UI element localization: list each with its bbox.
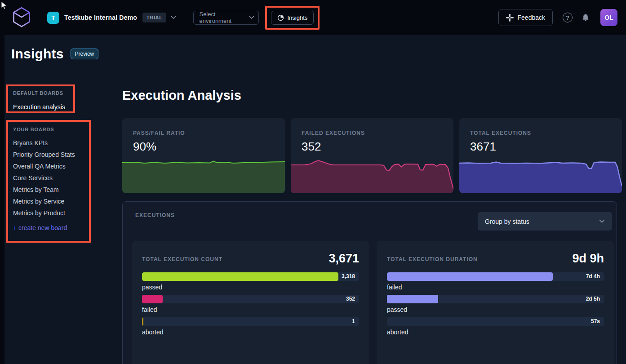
- sidebar-item-execution-analysis[interactable]: Execution analysis: [13, 101, 68, 113]
- executions-cards-row: TOTAL EXECUTION COUNT 3,671 3,318 passed…: [132, 241, 614, 364]
- bar-name: failed: [142, 306, 359, 314]
- page-title: Insights: [11, 46, 64, 62]
- bar-row-passed: 2d 5h passed: [387, 295, 604, 314]
- sidebar-item-metrics-by-product[interactable]: Metrics by Product: [13, 207, 84, 219]
- total-executions-sparkline-chart: [459, 157, 622, 193]
- bar-track: 3,318: [142, 272, 359, 281]
- bar-track: 7d 4h: [387, 272, 604, 281]
- stat-card-label: PASS/FAIL RATIO: [133, 130, 185, 136]
- stat-card-value: 352: [302, 140, 321, 154]
- bell-icon: [582, 13, 590, 22]
- bar-name: aborted: [387, 328, 604, 336]
- notifications-button[interactable]: [582, 13, 590, 22]
- sidebar-item-metrics-by-team[interactable]: Metrics by Team: [13, 184, 84, 195]
- feedback-button[interactable]: Feedback: [498, 9, 553, 26]
- annotation-highlight-default-boards: DEFAULT BOARDS Execution analysis: [6, 84, 75, 113]
- sidebar-item-overall-qa-metrics[interactable]: Overall QA Metrics: [13, 160, 84, 172]
- board-title: Execution Analysis: [122, 88, 241, 103]
- stat-card-value: 90%: [133, 140, 156, 154]
- feedback-button-label: Feedback: [518, 14, 545, 21]
- page-heading-row: Insights Preview: [11, 46, 98, 62]
- group-by-status-value: Group by status: [485, 218, 529, 225]
- slack-icon: [506, 14, 514, 22]
- default-boards-heading: DEFAULT BOARDS: [13, 90, 68, 96]
- nav-right-cluster: Feedback ? OL: [498, 0, 617, 35]
- chevron-down-icon: [599, 219, 605, 223]
- sidebar-item-core-services[interactable]: Core Services: [13, 172, 84, 184]
- your-boards-heading: YOUR BOARDS: [13, 127, 84, 132]
- annotation-highlight-insights: Insights: [265, 6, 320, 30]
- preview-badge: Preview: [71, 49, 99, 59]
- bar-track: 57s: [387, 317, 604, 326]
- plan-badge: TRIAL: [142, 13, 166, 22]
- bar-value: 7d 4h: [586, 272, 600, 281]
- window-left-edge: [0, 0, 4, 364]
- total-execution-duration-card: TOTAL EXECUTION DURATION 9d 9h 7d 4h fai…: [377, 241, 614, 364]
- bar-name: failed: [387, 283, 604, 291]
- stat-card-label: TOTAL EXECUTIONS: [470, 130, 531, 136]
- testkube-cube-icon: [12, 6, 31, 29]
- count-card-total: 3,671: [329, 252, 359, 266]
- total-execution-count-card: TOTAL EXECUTION COUNT 3,671 3,318 passed…: [132, 241, 369, 364]
- stat-card-value: 3671: [470, 140, 496, 154]
- failed-executions-sparkline-chart: [291, 157, 453, 193]
- bar-row-aborted: 1 aborted: [142, 317, 359, 336]
- stat-card-pass-fail-ratio: PASS/FAIL RATIO 90%: [122, 118, 285, 193]
- executions-panel: EXECUTIONS Group by status TOTAL EXECUTI…: [122, 201, 617, 364]
- user-avatar[interactable]: OL: [600, 9, 617, 26]
- environment-select-value: Select environment: [199, 11, 249, 24]
- duration-card-label: TOTAL EXECUTION DURATION: [387, 256, 478, 262]
- bar-row-passed: 3,318 passed: [142, 272, 359, 291]
- bar-track: 1: [142, 317, 359, 326]
- sidebar-item-priority-grouped-stats[interactable]: Priority Grouped Stats: [13, 149, 84, 160]
- bar-value: 352: [346, 295, 355, 303]
- stat-card-label: FAILED EXECUTIONS: [302, 130, 365, 136]
- bar-name: passed: [387, 306, 604, 314]
- duration-card-total: 9d 9h: [572, 252, 604, 266]
- bar-name: passed: [142, 283, 359, 291]
- org-name: Testkube Internal Demo: [64, 14, 137, 21]
- top-nav: T Testkube Internal Demo TRIAL Select en…: [0, 0, 626, 35]
- bar-value: 1: [352, 317, 355, 326]
- bar-track: 2d 5h: [387, 295, 604, 303]
- bar-row-failed: 7d 4h failed: [387, 272, 604, 291]
- bar-value: 57s: [591, 317, 600, 326]
- create-new-board-link[interactable]: + create new board: [13, 222, 84, 234]
- pass-fail-sparkline-chart: [122, 157, 285, 193]
- sidebar-item-bryans-kpis[interactable]: Bryans KPIs: [13, 137, 84, 149]
- bar-name: aborted: [142, 328, 359, 336]
- count-card-label: TOTAL EXECUTION COUNT: [142, 256, 222, 262]
- your-boards-list: Bryans KPIs Priority Grouped Stats Overa…: [13, 137, 84, 234]
- testkube-logo[interactable]: [12, 6, 31, 29]
- insights-button[interactable]: Insights: [271, 11, 314, 25]
- sidebar-item-metrics-by-service[interactable]: Metrics by Service: [13, 195, 84, 207]
- insights-button-label: Insights: [287, 14, 307, 21]
- org-avatar: T: [47, 12, 59, 24]
- help-button[interactable]: ?: [563, 13, 573, 22]
- bar-fill-passed: [142, 272, 338, 281]
- pie-chart-icon: [277, 14, 284, 21]
- bar-fill-failed: [387, 272, 553, 281]
- bar-row-failed: 352 failed: [142, 295, 359, 314]
- group-by-status-select[interactable]: Group by status: [478, 212, 612, 231]
- stat-card-total-executions: TOTAL EXECUTIONS 3671: [459, 118, 622, 193]
- bar-value: 3,318: [342, 272, 355, 281]
- chevron-down-icon: [171, 16, 176, 19]
- bar-fill-passed: [387, 295, 438, 303]
- stat-card-failed-executions: FAILED EXECUTIONS 352: [291, 118, 453, 193]
- executions-heading: EXECUTIONS: [135, 212, 175, 218]
- annotation-highlight-your-boards: YOUR BOARDS Bryans KPIs Priority Grouped…: [6, 120, 91, 243]
- bar-fill-aborted: [142, 317, 143, 326]
- bar-row-aborted: 57s aborted: [387, 317, 604, 336]
- chevron-down-icon: [249, 16, 254, 19]
- bar-value: 2d 5h: [586, 295, 600, 303]
- environment-select[interactable]: Select environment: [193, 11, 259, 25]
- bar-fill-failed: [142, 295, 163, 303]
- bar-track: 352: [142, 295, 359, 303]
- org-switcher[interactable]: T Testkube Internal Demo TRIAL: [47, 12, 176, 24]
- stat-card-row: PASS/FAIL RATIO 90% FAILED EXECUTIONS 35…: [122, 118, 622, 193]
